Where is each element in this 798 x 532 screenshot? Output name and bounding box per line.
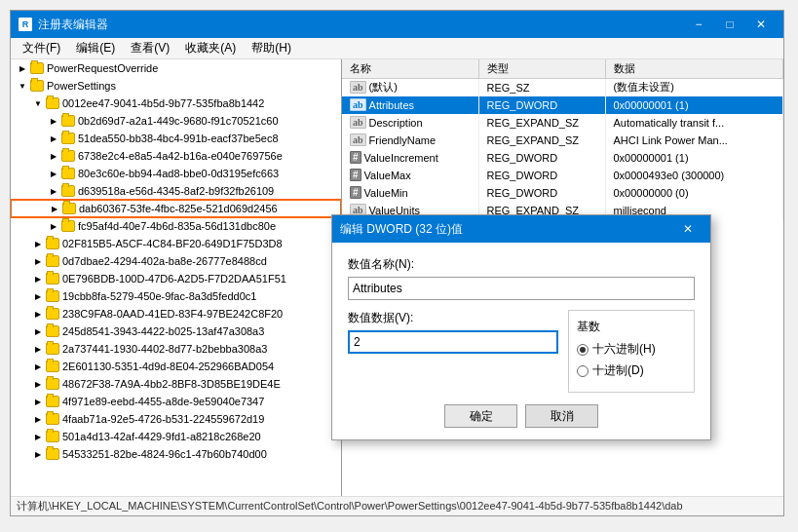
tree-label: 245d8541-3943-4422-b025-13af47a308a3 bbox=[62, 325, 264, 337]
expand-icon: ▶ bbox=[30, 411, 46, 427]
minimize-button[interactable]: − bbox=[684, 14, 713, 35]
tree-label: d639518a-e56d-4345-8af2-b9f32fb26109 bbox=[78, 185, 274, 197]
cell-name: ab FriendlyName bbox=[342, 132, 478, 149]
tree-label: 238C9FA8-0AAD-41ED-83F4-97BE242C8F20 bbox=[62, 308, 283, 320]
tree-label: 0b2d69d7-a2a1-449c-9680-f91c70521c60 bbox=[78, 115, 279, 127]
ab-icon: ab bbox=[350, 81, 366, 94]
table-row[interactable]: ab (默认) REG_SZ (数值未设置) bbox=[342, 79, 783, 96]
table-row[interactable]: ab FriendlyName REG_EXPAND_SZ AHCI Link … bbox=[342, 132, 783, 149]
expand-icon: ▶ bbox=[30, 429, 46, 444]
folder-icon bbox=[46, 273, 59, 285]
table-row[interactable]: ab Attributes REG_DWORD 0x00000001 (1) bbox=[342, 96, 783, 114]
cell-name: # ValueIncrement bbox=[342, 149, 478, 167]
dialog-title-bar: 编辑 DWORD (32 位)值 ✕ bbox=[332, 215, 710, 243]
tree-item-0b2d69d7[interactable]: ▶ 0b2d69d7-a2a1-449c-9680-f91c70521c60 bbox=[11, 112, 341, 130]
folder-icon bbox=[61, 115, 75, 127]
tree-item-238C9FA8[interactable]: ▶ 238C9FA8-0AAD-41ED-83F4-97BE242C8F20 bbox=[11, 305, 341, 323]
cell-type: REG_DWORD bbox=[478, 149, 605, 167]
tree-item-51dea550[interactable]: ▶ 51dea550-bb38-4bc4-991b-eacf37be5ec8 bbox=[11, 130, 341, 147]
tree-item-80e3c60e[interactable]: ▶ 80e3c60e-bb94-4ad8-bbe0-0d3195efc663 bbox=[11, 165, 341, 182]
folder-icon bbox=[62, 203, 76, 214]
table-row[interactable]: # ValueIncrement REG_DWORD 0x00000001 (1… bbox=[342, 149, 783, 167]
tree-item-2a737441[interactable]: ▶ 2a737441-1930-4402-8d77-b2bebba308a3 bbox=[11, 340, 341, 358]
expand-icon: ▶ bbox=[46, 218, 61, 234]
menu-help[interactable]: 帮助(H) bbox=[244, 38, 299, 58]
value-name-input[interactable] bbox=[348, 277, 695, 300]
expand-icon: ▶ bbox=[15, 60, 30, 76]
folder-icon bbox=[61, 185, 75, 197]
table-row[interactable]: # ValueMax REG_DWORD 0x0000493e0 (300000… bbox=[342, 167, 783, 184]
tree-item-6738e2c4[interactable]: ▶ 6738e2c4-e8a5-4a42-b16a-e040e769756e bbox=[11, 147, 341, 165]
tree-label: 80e3c60e-bb94-4ad8-bbe0-0d3195efc663 bbox=[78, 168, 279, 179]
tree-item-02F815B5[interactable]: ▶ 02F815B5-A5CF-4C84-BF20-649D1F75D3D8 bbox=[11, 235, 341, 252]
ab-icon: ab bbox=[350, 98, 366, 111]
menu-view[interactable]: 查看(V) bbox=[123, 38, 177, 58]
base-title: 基数 bbox=[577, 319, 686, 335]
tree-item-245d8541[interactable]: ▶ 245d8541-3943-4422-b025-13af47a308a3 bbox=[11, 323, 341, 340]
close-button[interactable]: ✕ bbox=[746, 14, 776, 35]
tree-label: 02F815B5-A5CF-4C84-BF20-649D1F75D3D8 bbox=[62, 238, 283, 249]
tree-label: 0d7dbae2-4294-402a-ba8e-26777e8488cd bbox=[62, 255, 267, 267]
cell-data: Automatically transit f... bbox=[605, 114, 783, 132]
cancel-button[interactable]: 取消 bbox=[525, 404, 598, 428]
tree-item-54533251[interactable]: ▶ 54533251-82be-4824-96c1-47b60b740d00 bbox=[11, 445, 341, 463]
radio-dec[interactable]: 十进制(D) bbox=[577, 362, 686, 379]
tree-item-4f971e89[interactable]: ▶ 4f971e89-eebd-4455-a8de-9e59040e7347 bbox=[11, 393, 341, 410]
cell-data: (数值未设置) bbox=[605, 79, 783, 96]
cell-name: # ValueMin bbox=[342, 184, 478, 202]
tree-label: 4faab71a-92e5-4726-b531-224559672d19 bbox=[62, 413, 264, 425]
menu-edit[interactable]: 编辑(E) bbox=[68, 38, 123, 58]
dialog-value-section: 数值数据(V): bbox=[348, 310, 558, 354]
radio-hex-circle bbox=[577, 344, 589, 356]
cell-type: REG_DWORD bbox=[478, 184, 605, 202]
folder-icon bbox=[61, 220, 75, 232]
tree-label: 4f971e89-eebd-4455-a8de-9e59040e7347 bbox=[62, 396, 264, 407]
radio-dec-circle bbox=[577, 365, 589, 377]
cell-name: ab Description bbox=[342, 114, 478, 132]
tree-item-0012ee47[interactable]: ▼ 0012ee47-9041-4b5d-9b77-535fba8b1442 bbox=[11, 95, 341, 112]
val-icon: # bbox=[350, 186, 361, 199]
tree-item-19cbb8fa[interactable]: ▶ 19cbb8fa-5279-450e-9fac-8a3d5fedd0c1 bbox=[11, 287, 341, 305]
tree-label: PowerSettings bbox=[47, 80, 116, 92]
tree-item-PowerSettings[interactable]: ▼ PowerSettings bbox=[11, 77, 341, 95]
tree-item-PowerRequestOverride[interactable]: ▶ PowerRequestOverride bbox=[11, 59, 341, 77]
tree-item-0E796BDB[interactable]: ▶ 0E796BDB-100D-47D6-A2D5-F7D2DAA51F51 bbox=[11, 270, 341, 287]
tree-item-dab60367[interactable]: ▶ dab60367-53fe-4fbc-825e-521d069d2456 bbox=[11, 200, 341, 217]
tree-label: 0012ee47-9041-4b5d-9b77-535fba8b1442 bbox=[62, 97, 264, 109]
table-row[interactable]: # ValueMin REG_DWORD 0x00000000 (0) bbox=[342, 184, 783, 202]
title-bar: R 注册表编辑器 − □ ✕ bbox=[11, 11, 783, 38]
dialog-base-section: 基数 十六进制(H) 十进制(D) bbox=[568, 310, 695, 393]
maximize-button[interactable]: □ bbox=[715, 14, 744, 35]
tree-item-0d7dbae2[interactable]: ▶ 0d7dbae2-4294-402a-ba8e-26777e8488cd bbox=[11, 252, 341, 270]
expand-icon: ▶ bbox=[30, 341, 46, 357]
tree-label: 2E601130-5351-4d9d-8E04-252966BAD054 bbox=[62, 361, 274, 372]
tree-item-48672F38[interactable]: ▶ 48672F38-7A9A-4bb2-8BF8-3D85BE19DE4E bbox=[11, 375, 341, 393]
value-data-label: 数值数据(V): bbox=[348, 310, 558, 326]
edit-dword-dialog: 编辑 DWORD (32 位)值 ✕ 数值名称(N): 数值数据(V): 基数 … bbox=[331, 214, 711, 440]
tree-item-d639518a[interactable]: ▶ d639518a-e56d-4345-8af2-b9f32fb26109 bbox=[11, 182, 341, 200]
folder-icon bbox=[61, 168, 75, 179]
cell-data: 0x00000000 (0) bbox=[605, 184, 783, 202]
status-bar: 计算机\HKEY_LOCAL_MACHINE\SYSTEM\CurrentCon… bbox=[11, 496, 783, 515]
menu-favorites[interactable]: 收藏夹(A) bbox=[177, 38, 244, 58]
dialog-close-button[interactable]: ✕ bbox=[673, 218, 703, 240]
tree-item-4faab71a[interactable]: ▶ 4faab71a-92e5-4726-b531-224559672d19 bbox=[11, 410, 341, 428]
menu-file[interactable]: 文件(F) bbox=[15, 38, 68, 58]
dialog-buttons: 确定 取消 bbox=[348, 404, 695, 428]
tree-label: 54533251-82be-4824-96c1-47b60b740d00 bbox=[62, 448, 267, 460]
expand-icon: ▶ bbox=[30, 306, 46, 322]
tree-item-fc95af4d[interactable]: ▶ fc95af4d-40e7-4b6d-835a-56d131dbc80e bbox=[11, 217, 341, 235]
ab-icon: ab bbox=[350, 116, 366, 129]
radio-hex[interactable]: 十六进制(H) bbox=[577, 341, 686, 358]
table-row[interactable]: ab Description REG_EXPAND_SZ Automatical… bbox=[342, 114, 783, 132]
val-icon: # bbox=[350, 169, 361, 181]
cell-type: REG_DWORD bbox=[478, 96, 605, 114]
folder-icon bbox=[46, 431, 59, 442]
tree-panel[interactable]: ▶ PowerRequestOverride ▼ PowerSettings ▼… bbox=[11, 59, 342, 496]
tree-item-2E601130[interactable]: ▶ 2E601130-5351-4d9d-8E04-252966BAD054 bbox=[11, 358, 341, 375]
folder-icon bbox=[46, 325, 59, 337]
ok-button[interactable]: 确定 bbox=[444, 404, 517, 428]
value-data-input[interactable] bbox=[348, 330, 558, 354]
tree-item-501a4d13[interactable]: ▶ 501a4d13-42af-4429-9fd1-a8218c268e20 bbox=[11, 428, 341, 445]
tree-label: dab60367-53fe-4fbc-825e-521d069d2456 bbox=[79, 203, 278, 214]
